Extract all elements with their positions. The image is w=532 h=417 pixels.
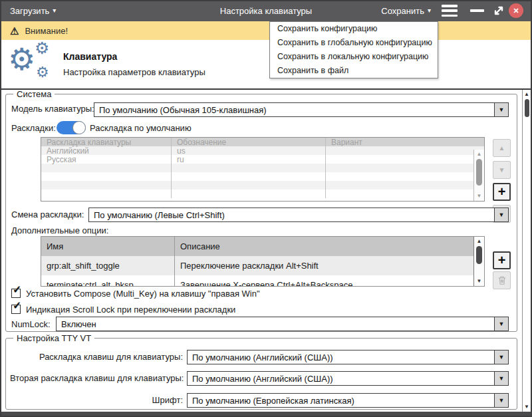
scroll-up-icon[interactable]: ▲: [474, 150, 484, 158]
tty-font-label: Шрифт:: [10, 395, 183, 405]
delete-option-button[interactable]: [493, 271, 511, 289]
table-row-empty: [41, 190, 484, 198]
gear-icon: ⚙: [8, 44, 35, 74]
scroll-up-icon[interactable]: ▲: [474, 237, 484, 245]
tty-second-layout-value: По умолчанию (Английский (США)): [188, 372, 494, 385]
checkbox-box: ✓: [11, 289, 21, 298]
tty-fieldset: Настройка TTY VT Раскладка клавиш для кл…: [5, 338, 517, 410]
tty-layout-label: Раскладка клавиш для клавиатуры:: [10, 352, 183, 362]
table-row-empty: [41, 164, 484, 172]
table-scrollbar[interactable]: ▲ ▼: [473, 150, 484, 201]
compose-checkbox[interactable]: ✓ Установить Compose (Multi_Key) на клав…: [11, 289, 260, 299]
dropdown-arrow-icon: ▼: [494, 350, 508, 364]
close-button[interactable]: ✕: [509, 3, 523, 18]
scroll-down-icon[interactable]: ▼: [474, 277, 484, 285]
save-menu-item[interactable]: Сохранить в глобальную конфигурацию: [270, 36, 438, 50]
layouts-label: Раскладки:: [11, 123, 56, 133]
trash-icon: [497, 275, 507, 285]
plus-icon: +: [498, 184, 506, 200]
column-header: Обозначение: [171, 138, 325, 146]
compose-checkbox-label: Установить Compose (Multi_Key) на клавиш…: [26, 289, 260, 299]
scrollbar-thumb[interactable]: [525, 99, 529, 117]
scrollbar-thumb[interactable]: [476, 246, 482, 264]
table-scrollbar[interactable]: ▲ ▼: [473, 237, 484, 286]
column-header: Описание: [174, 237, 484, 256]
load-button[interactable]: Загрузить ▾: [10, 0, 56, 21]
expand-button[interactable]: [493, 5, 505, 17]
tty-font-value: По умолчанию (Европейская латинская): [188, 394, 494, 407]
dropdown-arrow-icon: ▼: [494, 394, 508, 407]
checkbox-box: ✓: [11, 305, 21, 314]
extra-options-label: Дополнительные опции:: [11, 225, 108, 235]
load-button-label: Загрузить: [10, 6, 49, 16]
table-row-empty: [41, 172, 484, 181]
table-row[interactable]: grp:alt_shift_toggle Переключение раскла…: [41, 256, 484, 275]
table-row-empty: [41, 181, 484, 190]
save-button-label: Сохранить: [381, 6, 424, 16]
column-header: Имя: [41, 241, 174, 251]
table-row[interactable]: terminate:ctrl_alt_bksp Завершение X-сер…: [41, 275, 484, 287]
switch-layout-label: Смена раскладки:: [11, 209, 84, 219]
scrolllock-checkbox[interactable]: ✓ Индикация Scroll Lock при переключении…: [11, 305, 235, 315]
scrolllock-checkbox-label: Индикация Scroll Lock при переключении р…: [26, 305, 235, 315]
check-icon: ✓: [13, 285, 21, 295]
caret-down-icon: ▾: [53, 7, 56, 14]
page-subtitle: Настройка параметров клавиатуры: [63, 67, 205, 77]
save-menu-item[interactable]: Сохранить в файл: [270, 64, 438, 78]
move-down-button[interactable]: ▼: [493, 161, 511, 179]
dropdown-arrow-icon: ▼: [494, 317, 508, 331]
page-title: Клавиатура: [63, 51, 117, 62]
gears-icon: ⚙ ⚙ ⚙: [8, 43, 56, 85]
bottom-scrollbar[interactable]: [0, 412, 532, 417]
main-scrollbar[interactable]: ▲ ▼: [522, 90, 531, 412]
add-option-button[interactable]: +: [493, 251, 511, 269]
app-header: ⚙ ⚙ ⚙ Клавиатура Настройка параметров кл…: [0, 40, 532, 90]
minimize-button[interactable]: [470, 9, 484, 12]
add-layout-button[interactable]: +: [493, 183, 511, 201]
window-title: Настройка клавиатуры: [220, 0, 312, 21]
dropdown-arrow-icon: ▼: [494, 372, 508, 385]
column-header: Раскладка клавиатуры: [41, 138, 171, 147]
system-legend: Система: [13, 89, 55, 99]
up-arrow-icon: ▲: [499, 144, 505, 152]
keyboard-model-select[interactable]: По умолчанию (Обычная 105-клавишная) ▼: [94, 102, 509, 117]
hamburger-menu-button[interactable]: [442, 5, 458, 17]
save-button[interactable]: Сохранить ▾: [381, 0, 431, 21]
gear-icon: ⚙: [36, 65, 49, 80]
down-arrow-icon: ▼: [499, 166, 505, 174]
layouts-table-header: Раскладка клавиатуры Обозначение Вариант: [41, 138, 484, 146]
options-table-header: Имя Описание: [41, 237, 484, 256]
switch-layout-select[interactable]: По умолчанию (Левые Ctrl+Shift) ▼: [88, 208, 509, 222]
scroll-down-icon[interactable]: ▼: [523, 403, 531, 411]
table-row[interactable]: Русская ru: [41, 155, 484, 164]
table-row[interactable]: Английский us: [41, 146, 484, 155]
caret-down-icon: ▾: [428, 7, 431, 14]
options-table: Имя Описание grp:alt_shift_toggle Перекл…: [41, 236, 485, 287]
layouts-default-toggle[interactable]: [57, 121, 86, 134]
tty-second-layout-label: Вторая раскладка клавиш для клавиатуры:: [10, 373, 183, 383]
tty-second-layout-select[interactable]: По умолчанию (Английский (США)) ▼: [187, 371, 509, 386]
gear-icon: ⚙: [35, 40, 49, 57]
numlock-select[interactable]: Включен ▼: [56, 317, 509, 331]
save-menu-item[interactable]: Сохранить конфигурацию: [270, 22, 438, 36]
scroll-down-icon[interactable]: ▼: [474, 192, 484, 200]
tty-layout-select[interactable]: По умолчанию (Английский (США)) ▼: [187, 350, 509, 364]
save-menu-item[interactable]: Сохранить в локальную конфигурацию: [270, 50, 438, 64]
titlebar: Загрузить ▾ Настройка клавиатуры Сохрани…: [0, 0, 532, 21]
numlock-value: Включен: [57, 317, 494, 331]
move-up-button[interactable]: ▲: [493, 139, 511, 157]
toggle-knob: [72, 121, 86, 134]
warning-bar: ⚠ Внимание!: [0, 21, 532, 40]
scroll-up-icon[interactable]: ▲: [523, 90, 531, 98]
switch-layout-value: По умолчанию (Левые Ctrl+Shift): [89, 208, 494, 221]
plus-icon: +: [498, 253, 506, 268]
keyboard-model-label: Модель клавиатуры:: [11, 104, 94, 114]
tty-font-select[interactable]: По умолчанию (Европейская латинская) ▼: [187, 393, 509, 408]
tty-layout-value: По умолчанию (Английский (США)): [188, 350, 494, 364]
scrollbar-thumb[interactable]: [476, 159, 482, 186]
hamburger-icon: [442, 5, 458, 7]
dropdown-arrow-icon: ▼: [494, 208, 508, 221]
layouts-toggle-label: Раскладка по умолчанию: [90, 123, 192, 133]
dropdown-arrow-icon: ▼: [494, 103, 508, 116]
layouts-table: Раскладка клавиатуры Обозначение Вариант…: [41, 137, 485, 202]
